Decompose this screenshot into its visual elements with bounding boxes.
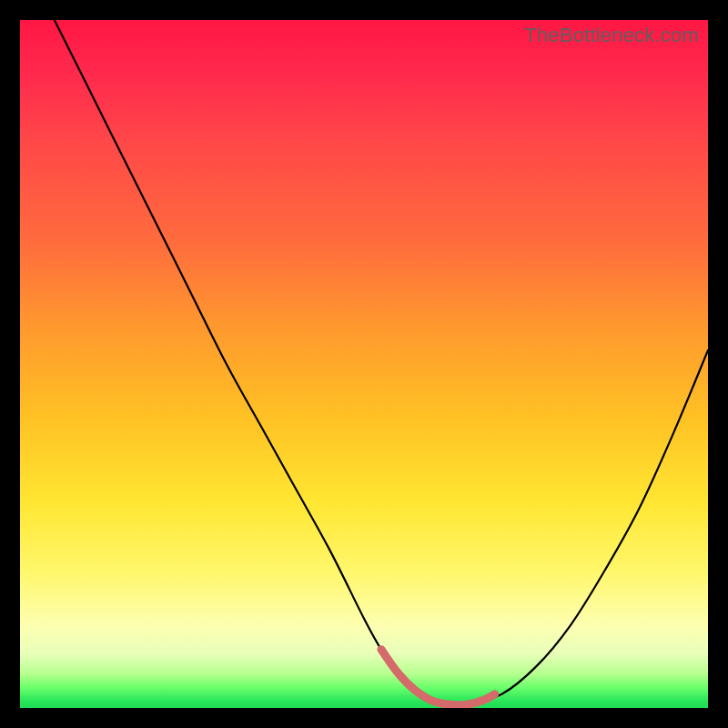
- watermark-text: TheBottleneck.com: [524, 24, 699, 47]
- chart-frame: TheBottleneck.com: [0, 0, 728, 728]
- plot-area: TheBottleneck.com: [20, 20, 708, 708]
- curve-layer: [20, 20, 708, 708]
- optimal-region-path: [381, 650, 495, 705]
- bottleneck-curve-path: [55, 20, 708, 705]
